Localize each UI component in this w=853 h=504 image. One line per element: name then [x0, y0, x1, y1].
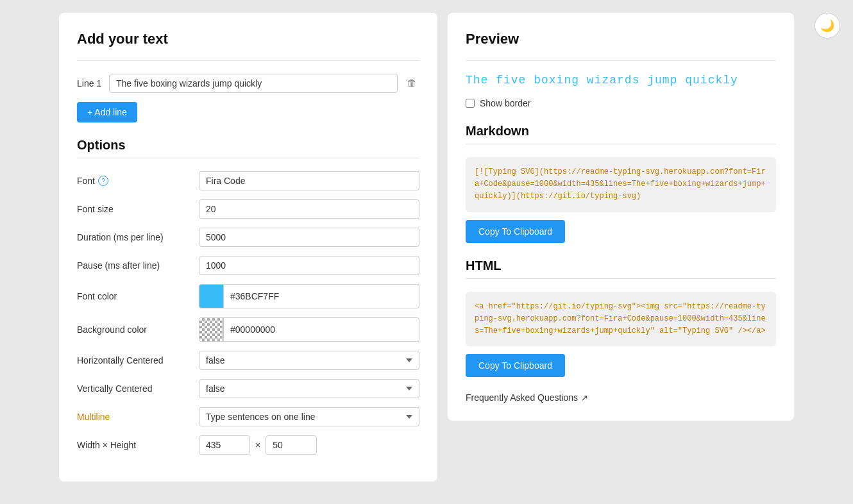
h-centered-row: Horizontally Centered false true	[77, 351, 419, 370]
font-size-input[interactable]	[199, 199, 419, 219]
font-input[interactable]	[199, 171, 419, 190]
v-centered-row: Vertically Centered false true	[77, 379, 419, 398]
h-centered-label: Horizontally Centered	[77, 355, 199, 365]
font-color-picker	[199, 284, 419, 308]
font-size-label: Font size	[77, 204, 199, 214]
html-title: HTML	[466, 258, 776, 273]
line-1-row: Line 1 🗑	[77, 74, 419, 93]
font-row: Font ?	[77, 171, 419, 190]
preview-divider	[466, 60, 776, 61]
multiline-row: Multiline Type sentences on one line Sta…	[77, 407, 419, 426]
font-help-icon[interactable]: ?	[98, 176, 108, 186]
v-centered-label: Vertically Centered	[77, 383, 199, 394]
font-color-swatch[interactable]	[199, 284, 223, 308]
width-input[interactable]	[199, 435, 250, 455]
h-centered-select[interactable]: false true	[199, 351, 419, 370]
copy-markdown-button[interactable]: Copy To Clipboard	[466, 220, 565, 243]
add-line-button[interactable]: + Add line	[77, 102, 137, 122]
faq-link[interactable]: Frequently Asked Questions ↗	[466, 392, 776, 403]
right-panel: Preview The five boxing wizards jump qui…	[448, 13, 794, 421]
duration-label: Duration (ms per line)	[77, 232, 199, 242]
markdown-title: Markdown	[466, 124, 776, 139]
font-color-row: Font color	[77, 284, 419, 308]
font-size-row: Font size	[77, 199, 419, 219]
bg-color-label: Background color	[77, 324, 199, 335]
font-color-label: Font color	[77, 291, 199, 301]
options-divider	[77, 158, 419, 158]
title-divider	[77, 60, 419, 61]
multiline-select[interactable]: Type sentences on one line Stack vertica…	[199, 407, 419, 426]
dark-mode-toggle[interactable]: 🌙	[815, 13, 840, 38]
preview-title: Preview	[466, 31, 776, 47]
bg-color-picker	[199, 317, 419, 342]
preview-text: The five boxing wizards jump quickly	[466, 74, 776, 87]
dimensions-inputs: ×	[199, 435, 317, 455]
pause-row: Pause (ms after line)	[77, 256, 419, 275]
dimensions-label: Width × Height	[77, 440, 199, 450]
html-divider	[466, 278, 776, 279]
dimensions-row: Width × Height ×	[77, 435, 419, 455]
pause-input[interactable]	[199, 256, 419, 275]
show-border-row: Show border	[466, 98, 776, 108]
markdown-divider	[466, 144, 776, 144]
bg-color-swatch[interactable]	[199, 317, 223, 342]
show-border-checkbox[interactable]	[466, 99, 475, 108]
add-text-title: Add your text	[77, 31, 419, 47]
line-1-input[interactable]	[109, 74, 398, 93]
height-input[interactable]	[266, 435, 317, 455]
multiline-label: Multiline	[77, 412, 199, 422]
font-label: Font ?	[77, 176, 199, 186]
font-color-input[interactable]	[223, 284, 419, 308]
faq-link-label: Frequently Asked Questions	[466, 392, 578, 403]
dimensions-x-separator: ×	[255, 440, 260, 450]
options-title: Options	[77, 138, 419, 153]
external-link-icon: ↗	[581, 393, 588, 403]
markdown-code-block: [![Typing SVG](https://readme-typing-svg…	[466, 157, 776, 212]
pause-label: Pause (ms after line)	[77, 260, 199, 271]
show-border-label[interactable]: Show border	[480, 98, 530, 108]
copy-html-button[interactable]: Copy To Clipboard	[466, 354, 565, 377]
duration-input[interactable]	[199, 228, 419, 247]
duration-row: Duration (ms per line)	[77, 228, 419, 247]
delete-line-1-button[interactable]: 🗑	[404, 75, 419, 92]
bg-color-row: Background color	[77, 317, 419, 342]
line-1-label: Line 1	[77, 78, 103, 88]
v-centered-select[interactable]: false true	[199, 379, 419, 398]
left-panel: Add your text Line 1 🗑 + Add line Option…	[59, 13, 437, 482]
html-code-block: <a href="https://git.io/typing-svg"><img…	[466, 292, 776, 347]
bg-color-input[interactable]	[223, 317, 419, 342]
